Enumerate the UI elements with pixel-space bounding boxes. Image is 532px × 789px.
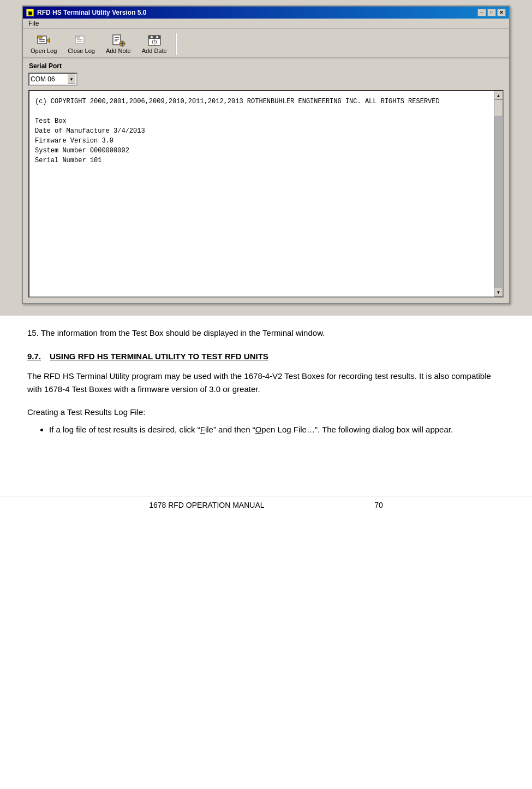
item-15-text: 15. The information from the Test Box sh… — [27, 327, 505, 340]
bullet-text-1: If a log file of test results is desired… — [49, 425, 453, 434]
scroll-down-arrow[interactable]: ▼ — [494, 288, 503, 296]
svg-rect-20 — [148, 35, 150, 37]
add-note-icon — [111, 32, 126, 48]
section-heading: 9.7. USING RFD HS TERMINAL UTILITY TO TE… — [27, 352, 505, 361]
file-underline-f: F — [200, 425, 205, 434]
app-icon: ▣ — [26, 9, 34, 16]
open-log-label: Open Log — [31, 48, 57, 54]
svg-rect-12 — [115, 40, 117, 41]
svg-rect-15 — [120, 43, 124, 44]
serial-port-area: Serial Port COM 06 ▼ — [23, 58, 509, 88]
body-para-1: The RFD HS Terminal Utility program may … — [27, 370, 505, 396]
svg-rect-3 — [39, 41, 45, 42]
serial-port-label: Serial Port — [28, 62, 504, 70]
terminal-line-sysnum: System Number 0000000002 — [35, 146, 488, 156]
com-port-select[interactable]: COM 06 ▼ — [28, 73, 77, 86]
page-footer: 1678 RFD OPERATION MANUAL 70 — [0, 496, 532, 509]
terminal-wrapper: (c) COPYRIGHT 2000,2001,2006,2009,2010,2… — [23, 88, 509, 303]
add-date-icon — [147, 32, 162, 48]
section-title: USING RFD HS TERMINAL UTILITY TO TEST RF… — [50, 352, 268, 361]
svg-marker-4 — [46, 38, 50, 43]
add-note-button[interactable]: Add Note — [101, 31, 135, 55]
screenshot-area: ▣ RFD HS Terminal Utility Version 5.0 ─ … — [0, 0, 532, 316]
footer-page-number: 70 — [374, 501, 383, 509]
document-area: 15. The information from the Test Box sh… — [0, 316, 532, 455]
close-log-button[interactable]: Close Log — [63, 31, 99, 55]
footer-manual-title: 1678 RFD OPERATION MANUAL — [149, 501, 264, 509]
open-underline-o: O — [255, 425, 262, 434]
svg-point-19 — [156, 36, 158, 38]
terminal-line-sernum: Serial Number 101 — [35, 156, 488, 165]
scroll-thumb[interactable] — [494, 100, 503, 116]
close-button[interactable]: ✕ — [497, 9, 506, 16]
add-note-label: Add Note — [106, 48, 131, 54]
svg-rect-21 — [159, 35, 160, 37]
restore-button[interactable]: □ — [487, 9, 496, 16]
title-bar: ▣ RFD HS Terminal Utility Version 5.0 ─ … — [23, 7, 509, 19]
terminal-scrollbar: ▲ ▼ — [494, 91, 503, 296]
svg-point-18 — [151, 36, 153, 38]
bullet-list: If a log file of test results is desired… — [49, 423, 505, 436]
terminal-line-testbox: Test Box — [35, 116, 488, 126]
close-log-label: Close Log — [68, 48, 95, 54]
open-log-icon — [36, 32, 51, 48]
scroll-track[interactable] — [494, 100, 503, 288]
com-port-dropdown-arrow[interactable]: ▼ — [68, 74, 75, 84]
com-port-value: COM 06 — [31, 75, 55, 83]
toolbar-separator — [176, 33, 177, 55]
svg-rect-7 — [77, 39, 82, 40]
add-date-button[interactable]: Add Date — [138, 31, 171, 55]
window-title: RFD HS Terminal Utility Version 5.0 — [37, 9, 147, 16]
svg-rect-2 — [39, 39, 45, 40]
svg-rect-10 — [115, 37, 119, 38]
sub-heading-log: Creating a Test Results Log File: — [27, 406, 505, 419]
open-log-button[interactable]: Open Log — [26, 31, 61, 55]
terminal-line-dom: Date of Manufacture 3/4/2013 — [35, 126, 488, 136]
title-buttons: ─ □ ✕ — [477, 9, 506, 16]
terminal-line-firmware: Firmware Version 3.0 — [35, 136, 488, 146]
serial-port-controls: COM 06 ▼ — [28, 73, 504, 86]
add-date-label: Add Date — [142, 48, 167, 54]
terminal-content[interactable]: (c) COPYRIGHT 2000,2001,2006,2009,2010,2… — [29, 91, 494, 296]
toolbar: Open Log Close Log — [23, 29, 509, 58]
section-number: 9.7. — [27, 352, 41, 361]
terminal-window: (c) COPYRIGHT 2000,2001,2006,2009,2010,2… — [28, 90, 504, 298]
svg-rect-11 — [115, 39, 119, 40]
menu-file[interactable]: File — [25, 19, 42, 28]
close-log-icon — [74, 32, 89, 48]
svg-rect-1 — [38, 36, 42, 38]
app-window: ▣ RFD HS Terminal Utility Version 5.0 ─ … — [22, 5, 510, 304]
bullet-item-1: If a log file of test results is desired… — [49, 423, 505, 436]
svg-rect-17 — [148, 35, 160, 39]
menu-bar: File — [23, 19, 509, 29]
terminal-line-copyright: (c) COPYRIGHT 2000,2001,2006,2009,2010,2… — [35, 97, 488, 106]
minimize-button[interactable]: ─ — [477, 9, 486, 16]
svg-rect-6 — [75, 36, 80, 38]
scroll-up-arrow[interactable]: ▲ — [494, 91, 503, 100]
title-bar-left: ▣ RFD HS Terminal Utility Version 5.0 — [26, 9, 147, 16]
svg-rect-8 — [77, 41, 82, 42]
